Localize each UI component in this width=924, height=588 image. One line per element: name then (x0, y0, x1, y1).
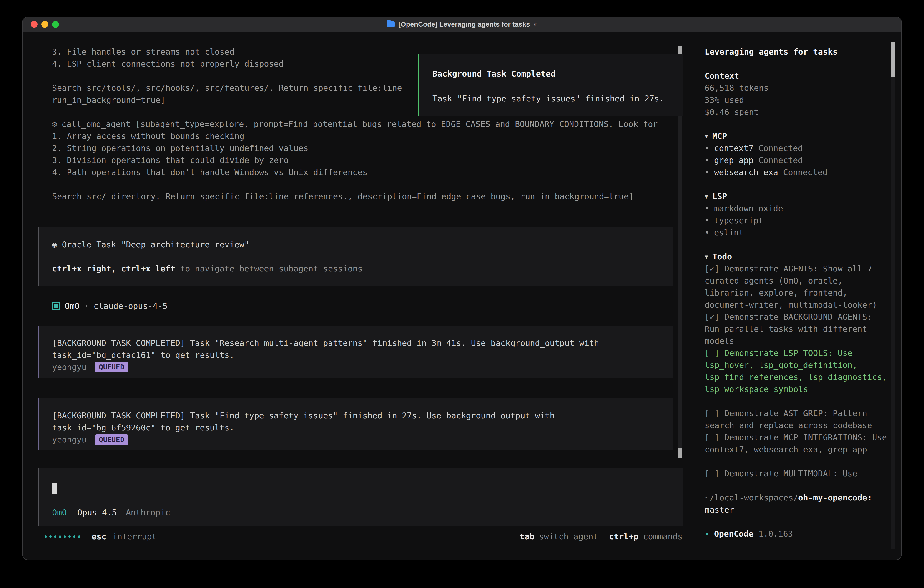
message-author: yeongyu (52, 362, 87, 372)
app-icon (386, 21, 395, 27)
notification-body: Task "Find type safety issues" finished … (432, 92, 683, 105)
app-body: 3. File handles or streams not closed 4.… (23, 32, 901, 560)
app-name: OpenCode (714, 528, 754, 540)
todo-checkbox: [ ] (705, 433, 719, 442)
minimize-button[interactable] (41, 21, 48, 28)
mcp-item: •context7Connected (705, 142, 888, 154)
todo-checkbox: [ ] (705, 409, 719, 418)
scrollbar-thumb[interactable] (678, 448, 682, 458)
bullet-icon: • (705, 154, 710, 166)
workspace-dir-prefix: ~/local-workspaces/ (705, 493, 798, 502)
window-title-text: [OpenCode] Leveraging agents for tasks (398, 20, 530, 28)
todo-item: [ ] Demonstrate MCP INTEGRATIONS: Use co… (705, 431, 888, 456)
workspace-path: ~/local-workspaces/oh-my-opencode: maste… (705, 492, 888, 516)
switch-agent-label: switch agent (539, 532, 598, 541)
message-card: [BACKGROUND TASK COMPLETED] Task "Find t… (38, 398, 673, 450)
chat-scroll-area[interactable]: 3. File handles or streams not closed 4.… (23, 32, 700, 450)
collapse-arrow-icon: ▼ (705, 133, 708, 140)
context-heading: Context (705, 70, 888, 82)
queued-badge: QUEUED (95, 362, 129, 372)
git-branch-name: master (705, 505, 734, 514)
message-text: [BACKGROUND TASK COMPLETED] Task "Resear… (52, 337, 673, 349)
close-button[interactable] (31, 21, 38, 28)
agent-model: claude-opus-4-5 (94, 301, 168, 311)
todo-section: ▼ Todo [✓] Demonstrate AGENTS: Show all … (705, 251, 888, 479)
todo-text: Demonstrate AGENTS: Show all 7 curated a… (705, 264, 877, 309)
collapse-arrow-icon: ▼ (705, 193, 708, 200)
window-titlebar[interactable]: [OpenCode] Leveraging agents for tasks ◐ (23, 17, 901, 32)
workspace-dir-name: oh-my-opencode: (798, 493, 872, 502)
chat-pane: 3. File handles or streams not closed 4.… (23, 32, 700, 560)
todo-text: Demonstrate LSP TOOLS: Use lsp_hover, ls… (705, 349, 897, 394)
tab-key-hint: tab (520, 532, 534, 541)
model-info-row: OmO Opus 4.5 Anthropic (52, 506, 683, 519)
tool-call-text: call_omo_agent [subagent_type=explore, p… (62, 119, 658, 129)
oracle-task-panel[interactable]: ◉ Oracle Task "Deep architecture review"… (38, 227, 673, 286)
tool-call-line: 2. String operations on potentially unde… (38, 142, 700, 154)
gear-icon: ⚙ (52, 119, 57, 129)
tool-call-line: Search src/ directory. Return specific f… (38, 190, 700, 202)
app-version-footer: • OpenCode 1.0.163 (705, 528, 888, 540)
mcp-status: Connected (783, 166, 827, 178)
message-text: task_id="bg_dcfac161" to get results. (52, 349, 673, 361)
oracle-task-title: ◉ Oracle Task "Deep architecture review" (52, 238, 673, 251)
message-card: [BACKGROUND TASK COMPLETED] Task "Resear… (38, 325, 673, 378)
todo-section-header[interactable]: ▼ Todo (705, 251, 888, 263)
todo-checkbox: [ ] (705, 349, 719, 358)
session-status-icon: ◐ (534, 21, 538, 28)
tool-call-line: 3. Division operations that could divide… (38, 154, 700, 166)
commands-label: commands (643, 532, 683, 541)
todo-heading: Todo (712, 252, 732, 261)
subagent-navigation-hint: ctrl+x right, ctrl+x left to navigate be… (52, 263, 673, 275)
active-agent-label: OmO (52, 508, 67, 517)
desktop-background: [OpenCode] Leveraging agents for tasks ◐… (0, 0, 924, 588)
bullet-icon: • (705, 166, 710, 178)
context-used: 33% used (705, 94, 888, 106)
window-title: [OpenCode] Leveraging agents for tasks ◐ (386, 20, 537, 28)
sidebar: Leveraging agents for tasks Context 66,5… (700, 32, 901, 560)
record-icon: ◉ (52, 240, 57, 249)
active-model-label: Opus 4.5 (77, 508, 117, 517)
text-cursor (52, 483, 57, 494)
context-tokens: 66,518 tokens (705, 82, 888, 94)
todo-item: [✓] Demonstrate AGENTS: Show all 7 curat… (705, 263, 888, 311)
scrollbar-thumb[interactable] (891, 42, 895, 77)
agent-checkbox-icon (52, 302, 60, 310)
status-bar: esc interrupt tab switch agent ctrl+p co… (45, 530, 683, 543)
tool-call-line: ⚙call_omo_agent [subagent_type=explore, … (38, 118, 700, 130)
interrupt-label: interrupt (112, 532, 157, 541)
mcp-item: •websearch_exaConnected (705, 166, 888, 178)
app-version: 1.0.163 (759, 528, 793, 540)
collapse-arrow-icon: ▼ (705, 253, 708, 260)
zoom-button[interactable] (52, 21, 59, 28)
ctrl-p-key-hint: ctrl+p (609, 532, 639, 541)
lsp-section-header[interactable]: ▼ LSP (705, 190, 888, 202)
sidebar-scrollbar[interactable] (891, 42, 895, 549)
mcp-section-header[interactable]: ▼ MCP (705, 130, 888, 142)
mcp-section: ▼ MCP •context7Connected •grep_appConnec… (705, 130, 888, 178)
mcp-status: Connected (759, 154, 803, 166)
agent-header: OmO · claude-opus-4-5 (38, 300, 700, 312)
traffic-lights (31, 17, 59, 31)
provider-label: Anthropic (126, 508, 170, 517)
terminal-window: [OpenCode] Leveraging agents for tasks ◐… (22, 17, 902, 560)
todo-text: Demonstrate BACKGROUND AGENTS: Run paral… (705, 312, 877, 345)
session-title: Leveraging agents for tasks (705, 46, 888, 58)
lsp-item: •markdown-oxide (705, 202, 888, 215)
agent-name: OmO (65, 301, 79, 311)
prompt-input[interactable]: OmO Opus 4.5 Anthropic (38, 468, 683, 526)
todo-item: [✓] Demonstrate BACKGROUND AGENTS: Run p… (705, 311, 888, 347)
message-author: yeongyu (52, 435, 87, 444)
context-section: Context 66,518 tokens 33% used $0.46 spe… (705, 70, 888, 118)
todo-checkbox: [✓] (705, 264, 719, 273)
mcp-status: Connected (759, 142, 803, 154)
message-text: task_id="bg_6f59260c" to get results. (52, 421, 673, 434)
todo-checkbox: [✓] (705, 312, 719, 322)
todo-item: [ ] Demonstrate LSP TOOLS: Use lsp_hover… (705, 347, 888, 395)
lsp-section: ▼ LSP •markdown-oxide •typescript •eslin… (705, 190, 888, 238)
lsp-item: •typescript (705, 215, 888, 226)
tool-call-line: 4. Path operations that don't handle Win… (38, 166, 700, 178)
context-spent: $0.46 spent (705, 106, 888, 118)
message-text: [BACKGROUND TASK COMPLETED] Task "Find t… (52, 410, 673, 421)
bullet-icon: • (705, 142, 710, 154)
